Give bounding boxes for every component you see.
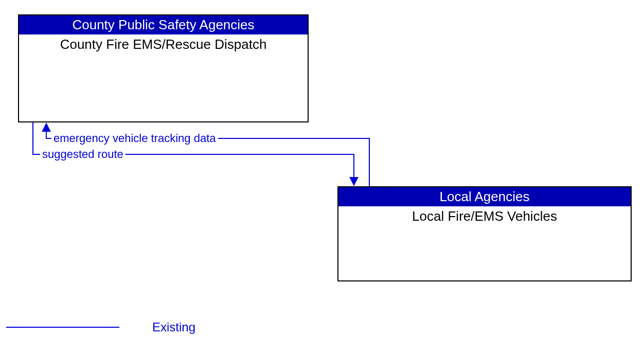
- entity-local-vehicles: Local Agencies Local Fire/EMS Vehicles: [337, 186, 632, 281]
- legend-line-existing: [6, 327, 119, 328]
- entity-county-dispatch: County Public Safety Agencies County Fir…: [18, 14, 309, 122]
- entity-local-vehicles-header: Local Agencies: [338, 187, 631, 206]
- flow-label-route: suggested route: [40, 148, 126, 161]
- entity-local-vehicles-body: Local Fire/EMS Vehicles: [338, 206, 631, 226]
- entity-county-dispatch-header: County Public Safety Agencies: [19, 15, 308, 34]
- flow-label-tracking: emergency vehicle tracking data: [51, 132, 218, 145]
- legend-label-existing: Existing: [152, 320, 195, 334]
- entity-county-dispatch-body: County Fire EMS/Rescue Dispatch: [19, 34, 308, 55]
